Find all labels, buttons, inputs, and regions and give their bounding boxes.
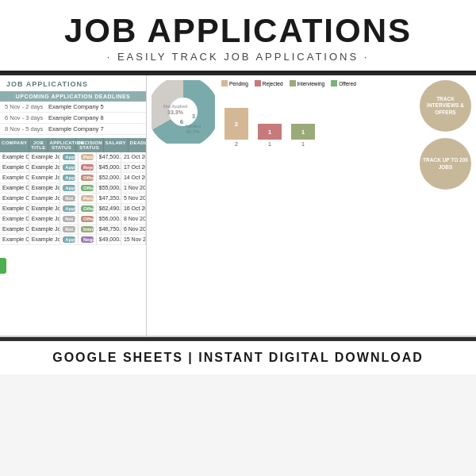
svg-text:66.7%: 66.7% (186, 129, 200, 134)
legend-dot-offered (331, 80, 337, 86)
cell-deadline: 1 Nov 2023 (121, 183, 146, 193)
main-title: JOB APPLICATIONS (8, 14, 468, 48)
dec-status-badge: Offer declined (81, 175, 94, 181)
cell-deadline: 6 Nov 2023 (121, 225, 146, 234)
bar-legend: Pending Rejected Interviewing Offer (221, 80, 413, 86)
legend-offered: Offered (331, 80, 356, 86)
bottom-footer: GOOGLE SHEETS | INSTANT DIGITAL DOWNLOAD (0, 340, 476, 374)
legend-dot-pending (221, 80, 228, 86)
bar-group-rejected: 1 1 (258, 124, 282, 147)
cell-salary: $55,000.00 (97, 183, 121, 193)
app-status-badge: Not Applied (63, 195, 75, 202)
app-status-badge: Not Applied (63, 216, 75, 222)
charts-row: Not Applied 33.3% 3 Applied 66.7% 6 Pend… (152, 80, 471, 331)
cell-salary: $46,750.00 (97, 225, 121, 234)
pie-chart-container: Not Applied 33.3% 3 Applied 66.7% 6 (152, 80, 215, 144)
table-row: Example Company 6 Example Job Title 6 Ap… (0, 204, 146, 214)
dec-status-badge: Pending (81, 195, 94, 202)
cell-salary: $47,500.00 (97, 152, 121, 162)
cell-job: Example Job Title 2 (29, 163, 61, 172)
top-banner: JOB APPLICATIONS · EASILY TRACK JOB APPL… (0, 0, 476, 73)
bar-chart: 2 2 1 1 1 1 (221, 91, 413, 147)
green-tab (0, 258, 6, 274)
cell-deadline: 16 Oct 2023 (121, 204, 146, 213)
cell-job: Example Job Title 1 (29, 152, 61, 162)
dec-status-badge: Offer declined (81, 216, 94, 222)
cell-app-status: Not Applied (60, 225, 79, 234)
cell-app-status: Applied (60, 204, 79, 213)
legend-label-offered: Offered (339, 81, 356, 86)
cell-company: Example Company 7 (0, 214, 29, 224)
legend-label-pending: Pending (229, 81, 248, 86)
cell-app-status: Applied (60, 235, 79, 244)
cell-dec-status: Offer declined (79, 173, 97, 182)
bar-group-interviewing: 1 1 (291, 124, 315, 147)
cell-salary: $62,490.00 (97, 204, 121, 213)
app-status-badge: Applied (63, 205, 75, 212)
dec-status-badge: Offer accepted (81, 205, 94, 212)
cell-app-status: Applied (60, 163, 79, 172)
cell-job: Example Job Title 5 (29, 194, 61, 203)
app-status-badge: Applied (63, 154, 75, 160)
right-panel: Not Applied 33.3% 3 Applied 66.7% 6 Pend… (147, 75, 476, 336)
bar-label-interviewing: 1 (301, 141, 305, 147)
track-badges: TRACK INTERVIEWS & OFFERS TRACK UP TO 20… (420, 80, 471, 190)
table-row: Example Company 2 Example Job Title 2 Ap… (0, 163, 146, 173)
dec-status-badge: Pending (81, 154, 94, 160)
legend-dot-rejected (255, 80, 261, 86)
dec-status-badge: Offered job (81, 185, 94, 191)
col-app-status: APPLICATION STATUS (48, 138, 76, 152)
cell-salary: $52,000.00 (97, 173, 121, 182)
svg-text:33.3%: 33.3% (167, 109, 184, 115)
col-dec-status: DECISION STATUS (76, 138, 104, 152)
legend-dot-interviewing (290, 80, 296, 86)
table-row: Example Company 3 Example Job Title 3 Ap… (0, 173, 146, 183)
col-job: JOB TITLE (29, 138, 48, 152)
table-row: Example Company 8 Example Job Title 8 No… (0, 225, 146, 235)
cell-company: Example Company 9 (0, 235, 29, 244)
legend-label-interviewing: Interviewing (298, 81, 325, 86)
spreadsheet-wrapper: JOB APPLICATIONS UPCOMING APPLICATION DE… (0, 75, 476, 337)
cell-deadline: 5 Nov 2023 (121, 194, 146, 203)
deadline-row: 5 Nov - 2 days Example Company 5 (0, 102, 146, 113)
cell-dec-status: Offer accepted (79, 204, 97, 213)
cell-dec-status: Rejected (79, 163, 97, 172)
cell-company: Example Company 4 (0, 183, 29, 193)
cell-company: Example Company 1 (0, 152, 29, 162)
table-body: Example Company 1 Example Job Title 1 Ap… (0, 152, 146, 245)
deadlines-list: 5 Nov - 2 days Example Company 5 6 Nov -… (0, 102, 146, 135)
pie-chart: Not Applied 33.3% 3 Applied 66.7% 6 (152, 80, 215, 144)
app-status-badge: Applied (63, 236, 75, 243)
cell-app-status: Applied (60, 173, 79, 182)
dec-status-badge: Negotiating (81, 236, 94, 243)
track-badge-2: TRACK UP TO 200 JOBS (420, 138, 471, 190)
subtitle: · EASILY TRACK JOB APPLICATIONS · (8, 51, 468, 63)
footer-main: GOOGLE SHEETS | INSTANT DIGITAL DOWNLOAD (16, 351, 460, 365)
cell-salary: $49,000.00 (97, 235, 121, 244)
sheet-title: JOB APPLICATIONS (0, 75, 146, 91)
bar-section: Pending Rejected Interviewing Offer (221, 80, 413, 147)
table-row: Example Company 7 Example Job Title 7 No… (0, 214, 146, 225)
dec-status-badge: Interviewing (81, 226, 94, 232)
legend-interviewing: Interviewing (290, 80, 325, 86)
cell-company: Example Company 2 (0, 163, 29, 172)
cell-job: Example Job Title 3 (29, 173, 61, 182)
cell-dec-status: Offer declined (79, 214, 97, 224)
app-status-badge: Applied (63, 175, 75, 181)
bar-label-pending: 2 (235, 141, 238, 147)
cell-company: Example Company 3 (0, 173, 29, 182)
cell-app-status: Applied (60, 152, 79, 162)
svg-text:Not Applied: Not Applied (163, 104, 188, 109)
dec-status-badge: Rejected (81, 164, 94, 171)
deadline-row: 8 Nov - 5 days Example Company 7 (0, 124, 146, 135)
cell-company: Example Company 6 (0, 204, 29, 213)
table-headers: COMPANY JOB TITLE APPLICATION STATUS DEC… (0, 138, 146, 152)
app-status-badge: Applied (63, 185, 75, 191)
cell-deadline: 14 Oct 2023 (121, 173, 146, 182)
table-row: Example Company 9 Example Job Title 9 Ap… (0, 235, 146, 245)
cell-app-status: Not Applied (60, 214, 79, 224)
cell-dec-status: Negotiating (79, 235, 97, 244)
cell-job: Example Job Title 8 (29, 225, 61, 234)
cell-deadline: 8 Nov 2023 (121, 214, 146, 224)
bar-interviewing: 1 (291, 124, 315, 140)
